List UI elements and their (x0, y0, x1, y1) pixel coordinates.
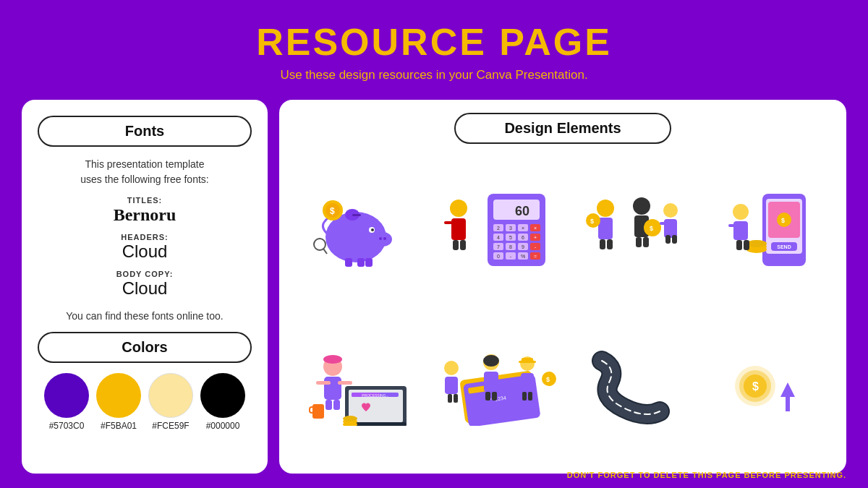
svg-rect-115 (448, 394, 452, 403)
svg-rect-114 (445, 377, 458, 394)
font-name-bernoru: Bernoru (38, 205, 252, 226)
svg-rect-96 (326, 400, 332, 410)
svg-text:=: = (534, 254, 537, 259)
page-subtitle: Use these design resources in your Canva… (0, 68, 868, 82)
svg-rect-69 (636, 237, 642, 247)
svg-point-16 (450, 200, 467, 217)
svg-rect-84 (733, 221, 748, 240)
laptop-illustration: PROCESSING... (295, 312, 424, 461)
svg-text:2: 2 (497, 226, 500, 231)
font-label-headers: HEADERS: (38, 233, 252, 241)
page-title: RESOURCE PAGE (0, 20, 868, 64)
svg-point-108 (343, 416, 357, 421)
svg-text:7: 7 (497, 244, 500, 249)
svg-text:3: 3 (509, 226, 512, 231)
svg-rect-99 (310, 407, 314, 413)
design-element-mobile-wallet: SEND $ (702, 155, 831, 304)
svg-rect-93 (324, 377, 341, 400)
design-element-extra: $ (702, 312, 831, 461)
svg-text:5: 5 (509, 235, 512, 240)
svg-rect-94 (316, 381, 331, 385)
svg-point-7 (383, 237, 386, 240)
color-circle-black (200, 373, 245, 418)
svg-point-1 (375, 232, 392, 247)
fonts-desc-line2: uses the following free fonts: (80, 174, 208, 185)
svg-rect-125 (521, 373, 534, 392)
svg-rect-85 (728, 224, 736, 227)
svg-rect-124 (519, 361, 536, 363)
color-swatch-yellow: #F5BA01 (96, 373, 141, 431)
svg-rect-120 (485, 392, 490, 401)
fonts-description: This presentation template uses the foll… (38, 157, 252, 187)
page-header: RESOURCE PAGE Use these design resources… (0, 0, 868, 90)
svg-rect-19 (456, 221, 466, 224)
color-circle-yellow (96, 373, 141, 418)
font-label-body: BODY COPY: (38, 270, 252, 278)
people-coins-illustration: $ $ (566, 155, 695, 304)
color-circle-purple (44, 373, 89, 418)
svg-text:$: $ (590, 218, 594, 225)
svg-rect-74 (665, 235, 671, 244)
svg-text:6: 6 (522, 235, 524, 240)
svg-rect-73 (660, 222, 667, 225)
font-item-body: BODY COPY: Cloud (38, 270, 252, 299)
svg-rect-20 (453, 240, 459, 250)
font-name-cloud-body: Cloud (38, 278, 252, 299)
svg-line-15 (323, 249, 327, 254)
svg-rect-21 (460, 240, 466, 250)
svg-text:0: 0 (497, 254, 500, 259)
svg-rect-18 (444, 221, 454, 224)
font-item-headers: HEADERS: Cloud (38, 233, 252, 262)
design-element-road (566, 312, 695, 461)
svg-text:8: 8 (509, 244, 512, 249)
svg-rect-9 (357, 258, 365, 267)
font-label-titles: TITLES: (38, 196, 252, 205)
color-swatch-purple: #5703C0 (44, 373, 89, 431)
svg-text:×: × (522, 226, 524, 231)
svg-point-5 (371, 228, 374, 231)
svg-rect-8 (345, 258, 352, 267)
svg-point-6 (379, 237, 382, 240)
road-illustration (566, 312, 695, 461)
svg-rect-70 (643, 237, 649, 247)
svg-rect-10 (365, 258, 373, 267)
svg-text:9: 9 (522, 244, 524, 249)
design-elements-title: Design Elements (454, 113, 671, 144)
svg-point-83 (733, 204, 749, 220)
color-swatch-black: #000000 (200, 373, 245, 431)
svg-text:$: $ (752, 380, 759, 393)
design-element-calculator: 60 2 3 × × 4 (431, 155, 560, 304)
right-panel: Design Elements (279, 100, 846, 474)
svg-rect-60 (602, 221, 610, 223)
color-swatch-cream: #FCE59F (148, 373, 193, 431)
svg-text:%: % (521, 254, 525, 259)
calculator-illustration: 60 2 3 × × 4 (431, 155, 560, 304)
svg-rect-89 (736, 240, 742, 250)
fonts-find-text: You can find these fonts online too. (38, 310, 252, 322)
svg-text:×: × (534, 226, 537, 231)
svg-point-71 (663, 203, 678, 218)
colors-section-title: Colors (38, 332, 252, 363)
color-hex-cream: #FCE59F (152, 421, 189, 431)
svg-text:PROCESSING...: PROCESSING... (362, 393, 389, 398)
svg-point-57 (597, 200, 614, 217)
svg-rect-75 (672, 235, 677, 244)
svg-point-65 (633, 197, 650, 215)
extra-illustration: $ (702, 312, 831, 461)
font-name-cloud-headers: Cloud (38, 241, 252, 262)
fonts-desc-line1: This presentation template (85, 158, 205, 170)
svg-point-118 (483, 355, 499, 367)
piggybank-illustration: $ (295, 155, 424, 304)
svg-text:$: $ (781, 217, 785, 224)
design-elements-grid: $ (295, 155, 830, 461)
svg-rect-64 (607, 239, 613, 249)
color-hex-yellow: #F5BA01 (101, 421, 137, 431)
svg-rect-134 (786, 397, 790, 411)
svg-text:SEND: SEND (778, 244, 791, 249)
svg-point-92 (323, 355, 342, 364)
svg-rect-63 (600, 239, 605, 249)
left-panel: Fonts This presentation template uses th… (22, 100, 268, 474)
footer-note: DON'T FORGET TO DELETE THIS PAGE BEFORE … (567, 471, 846, 479)
svg-point-88 (746, 240, 767, 247)
svg-rect-121 (492, 392, 497, 401)
